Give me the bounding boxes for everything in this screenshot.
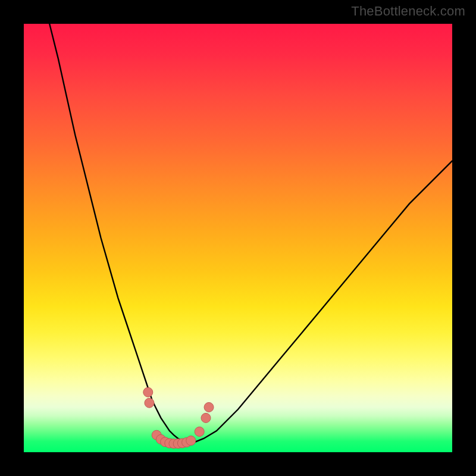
- plot-area: [24, 24, 452, 452]
- curve-marker: [195, 427, 204, 436]
- curve-marker: [186, 436, 196, 446]
- curve-marker: [201, 413, 211, 422]
- curve-marker: [145, 398, 154, 408]
- chart-frame: TheBottleneck.com: [0, 0, 476, 476]
- bottleneck-curve-line: [49, 24, 452, 442]
- chart-svg: [24, 24, 452, 452]
- curve-marker: [204, 402, 214, 412]
- curve-marker: [143, 387, 153, 397]
- watermark-text: TheBottleneck.com: [351, 4, 465, 19]
